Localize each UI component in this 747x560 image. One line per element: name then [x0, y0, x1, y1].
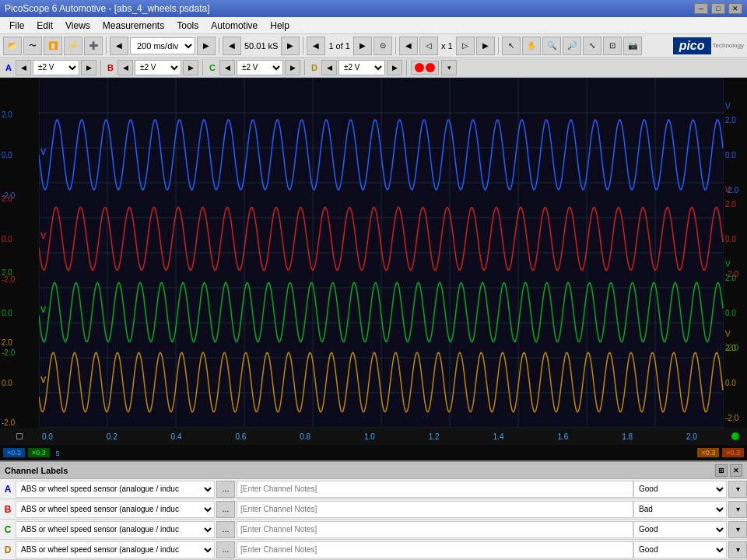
- row-d-desc[interactable]: ABS or wheel speed sensor (analogue / in…: [16, 541, 215, 558]
- probe-button[interactable]: ⚡: [64, 37, 82, 55]
- record-dot: [415, 63, 424, 72]
- x-axis-label: 1.8: [622, 432, 633, 441]
- page-last-button[interactable]: ▶: [353, 37, 372, 55]
- maximize-button[interactable]: □: [711, 3, 725, 14]
- time-indicator: ×0.3 ×0.3 s ×0.3 ×0.3: [0, 445, 747, 460]
- cursor-tool-button[interactable]: ↖: [502, 37, 521, 55]
- zoom-out-button[interactable]: 🔎: [563, 37, 581, 55]
- x-axis-label: 0.2: [107, 432, 117, 441]
- channel-d-group: D ◀ ±2 V±1 V ▶: [309, 60, 402, 75]
- scope-canvas-container[interactable]: [39, 78, 724, 428]
- row-d-status[interactable]: GoodBadN/A: [633, 541, 727, 558]
- channel-a-prev-button[interactable]: ◀: [16, 60, 31, 75]
- trigger-marker: [16, 433, 23, 439]
- zoom-next2-button[interactable]: ▶: [476, 37, 495, 55]
- zoom-fit-button[interactable]: ⤡: [583, 37, 601, 55]
- channel-a-next-button[interactable]: ▶: [81, 60, 96, 75]
- oscilloscope-area: [0, 78, 747, 428]
- row-c-desc[interactable]: ABS or wheel speed sensor (analogue / in…: [16, 521, 215, 538]
- time-badge-right2: ×0.3: [722, 448, 744, 457]
- record-options-button[interactable]: ▾: [441, 60, 457, 75]
- samples-next-button[interactable]: ▶: [281, 37, 300, 55]
- row-a-more-button[interactable]: ...: [216, 481, 235, 498]
- channel-c-next-button[interactable]: ▶: [285, 60, 300, 75]
- channel-d-next-button[interactable]: ▶: [387, 60, 402, 75]
- x-axis: 0.00.20.40.60.81.01.21.41.61.82.0: [0, 428, 747, 445]
- channel-d-prev-button[interactable]: ◀: [321, 60, 337, 75]
- timebase-select[interactable]: 200 ms/div: [130, 37, 195, 54]
- row-a-status[interactable]: GoodBadN/A: [633, 481, 727, 498]
- zoom-prev2-button[interactable]: ◁: [419, 37, 438, 55]
- channel-b-prev-button[interactable]: ◀: [117, 60, 133, 75]
- panel-expand-button[interactable]: ⊞: [715, 464, 728, 477]
- channel-d-label: D: [309, 63, 320, 72]
- row-d-more-button[interactable]: ...: [216, 541, 235, 558]
- x-axis-label: 2.0: [686, 432, 697, 441]
- page-info-button[interactable]: ⊙: [374, 37, 392, 55]
- menu-automotive[interactable]: Automotive: [205, 19, 264, 33]
- menu-edit[interactable]: Edit: [30, 19, 59, 33]
- record-button[interactable]: [411, 61, 439, 75]
- zoom-next-button[interactable]: ▷: [456, 37, 475, 55]
- row-a-notes[interactable]: [237, 481, 633, 498]
- row-b-status[interactable]: BadGoodN/A: [633, 501, 727, 518]
- zoom-custom-button[interactable]: ⊡: [603, 37, 622, 55]
- panel-title: Channel Labels: [5, 466, 68, 475]
- row-b-desc[interactable]: ABS or wheel speed sensor (analogue / in…: [16, 501, 215, 518]
- channel-a-voltage[interactable]: ±2 V±1 V±5 V: [33, 60, 79, 75]
- row-b-status-btn[interactable]: ▾: [728, 501, 747, 518]
- y-axis-left: [0, 78, 39, 428]
- row-c-status-btn[interactable]: ▾: [728, 521, 747, 538]
- row-b-notes[interactable]: [237, 501, 633, 518]
- screenshot-button[interactable]: 📷: [623, 37, 642, 55]
- timebase-next-button[interactable]: ▶: [197, 37, 216, 55]
- channel-c-prev-button[interactable]: ◀: [219, 60, 235, 75]
- x-axis-label: 1.4: [493, 432, 504, 441]
- row-d-notes[interactable]: [237, 541, 633, 558]
- main-toolbar: 📂 〜 ⏫ ⚡ ➕ ◀ 200 ms/div ▶ ◀ 50.01 kS ▶ ◀ …: [0, 34, 747, 58]
- row-a-status-btn[interactable]: ▾: [728, 481, 747, 498]
- row-b-more-button[interactable]: ...: [216, 501, 235, 518]
- spectrum-view-button[interactable]: ⏫: [44, 37, 62, 55]
- hand-tool-button[interactable]: ✋: [522, 37, 541, 55]
- menu-help[interactable]: Help: [264, 19, 296, 33]
- y-axis-right: [724, 78, 747, 428]
- zoom-in-button[interactable]: 🔍: [542, 37, 561, 55]
- row-d-status-btn[interactable]: ▾: [728, 541, 747, 558]
- pico-tech-label: Technology: [713, 42, 744, 49]
- zoom-label: x 1: [440, 41, 454, 51]
- zoom-prev-button[interactable]: ◀: [399, 37, 418, 55]
- channel-row-c: C ABS or wheel speed sensor (analogue / …: [0, 520, 747, 540]
- samples-label: 50.01 kS: [243, 41, 279, 51]
- row-c-notes[interactable]: [237, 521, 633, 538]
- menu-views[interactable]: Views: [59, 19, 96, 33]
- channel-b-voltage[interactable]: ±2 V±1 V: [135, 60, 181, 75]
- menu-file[interactable]: File: [3, 19, 30, 33]
- open-file-button[interactable]: 📂: [3, 37, 22, 55]
- panel-header: Channel Labels ⊞ ✕: [0, 462, 747, 479]
- close-button[interactable]: ✕: [728, 3, 742, 14]
- channel-b-next-button[interactable]: ▶: [183, 60, 198, 75]
- x-axis-label: 0.4: [171, 432, 182, 441]
- waveform-canvas: [39, 78, 724, 428]
- ch-sep1: [100, 60, 101, 75]
- row-c-status[interactable]: GoodBadN/A: [633, 521, 727, 538]
- row-a-desc[interactable]: ABS or wheel speed sensor (analogue / in…: [16, 481, 215, 498]
- channel-c-voltage[interactable]: ±2 V±1 V: [237, 60, 283, 75]
- oscilloscope-view-button[interactable]: 〜: [23, 37, 42, 55]
- minimize-button[interactable]: ─: [694, 3, 708, 14]
- menu-tools[interactable]: Tools: [170, 19, 205, 33]
- channel-d-voltage[interactable]: ±2 V±1 V: [338, 60, 385, 75]
- math-channel-button[interactable]: ➕: [84, 37, 103, 55]
- panel-close-button[interactable]: ✕: [730, 464, 742, 477]
- trigger-dot: [731, 432, 739, 440]
- row-c-more-button[interactable]: ...: [216, 521, 235, 538]
- menu-measurements[interactable]: Measurements: [96, 19, 170, 33]
- page-first-button[interactable]: ◀: [307, 37, 325, 55]
- timebase-prev-button[interactable]: ◀: [110, 37, 128, 55]
- channel-b-group: B ◀ ±2 V±1 V ▶: [105, 60, 198, 75]
- x-axis-label: 0.6: [235, 432, 246, 441]
- sep5: [498, 37, 499, 54]
- channel-c-label: C: [207, 63, 218, 72]
- samples-prev-button[interactable]: ◀: [223, 37, 241, 55]
